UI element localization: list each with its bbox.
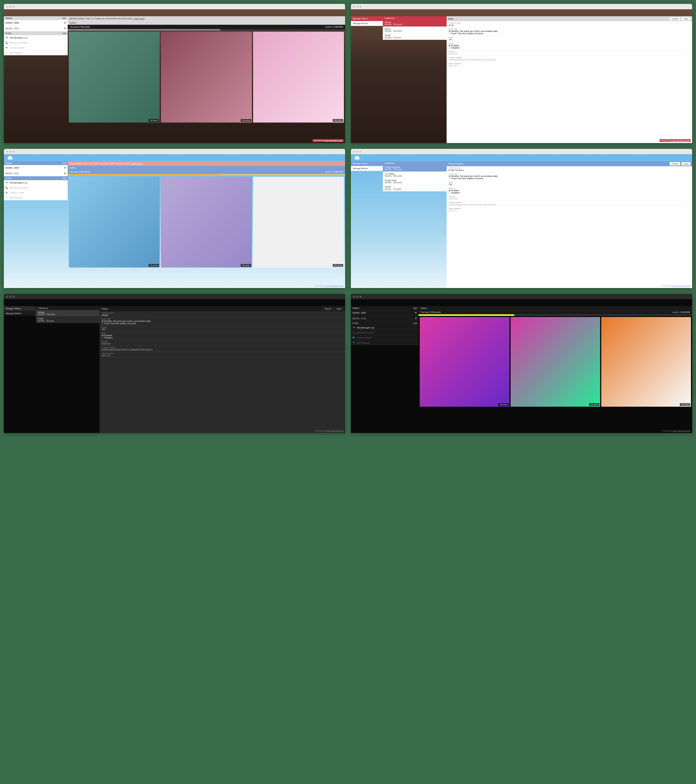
window-maximize-icon[interactable] <box>12 6 15 8</box>
window-minimize-icon[interactable] <box>356 151 358 153</box>
telegram-row[interactable]: ✈ Add Telegram <box>4 50 68 55</box>
save-button[interactable]: Save <box>335 307 343 310</box>
window-minimize-icon[interactable] <box>356 296 358 298</box>
nft-card[interactable]: 700 points <box>69 177 160 267</box>
contract-address-input[interactable]: 0xbd3531da5cf5857e7cfaa92426877b022e612c… <box>449 204 690 206</box>
status-disabled-radio[interactable]: Disabled <box>449 46 690 49</box>
remove-wallet-button[interactable]: ✕ <box>64 166 66 169</box>
save-button[interactable]: Save <box>681 162 691 165</box>
points-input[interactable]: 700 <box>449 38 690 41</box>
window-close-icon[interactable] <box>6 6 8 8</box>
twitter-row[interactable]: 🐦Connect Twitter <box>351 335 419 340</box>
edit-profile-button[interactable]: Edit <box>413 322 417 324</box>
status-disabled-radio[interactable]: Disabled <box>102 336 343 339</box>
points-type-monthly-radio[interactable]: Monthly: Set points per month, accumulat… <box>449 175 690 177</box>
status-enabled-radio[interactable]: Enabled <box>449 189 690 191</box>
collection-item[interactable]: AszukiMonthly - 700 points <box>383 20 447 27</box>
points-type-monthly-radio[interactable]: Monthly: Set points per month, accumulat… <box>102 320 343 322</box>
manage-admins-item[interactable]: Manage Admins <box>351 21 383 26</box>
token-standard-input[interactable]: ERC-721 <box>449 209 690 212</box>
banner-link[interactable]: Learn more <box>132 162 142 165</box>
collection-item[interactable]: POAPMonthly - 10 points <box>383 185 447 191</box>
collection-item[interactable]: BeanzMonthly - 300 points <box>383 27 447 33</box>
remove-wallet-button[interactable]: ✕ <box>64 27 66 30</box>
collection-item[interactable]: POAPMonthly - 10 points <box>36 316 100 323</box>
nft-card[interactable]: 300 points <box>253 32 344 123</box>
manage-tokens-item[interactable]: Manage Tokens <box>4 306 36 311</box>
collection-item[interactable]: POAPMonthly - 10 points <box>383 33 447 40</box>
collection-name-input[interactable]: Pudgy Penguins <box>449 169 690 171</box>
edit-profile-button[interactable]: Edit <box>63 32 66 35</box>
window-minimize-icon[interactable] <box>9 151 11 153</box>
remove-wallet-button[interactable]: ✕ <box>415 317 417 320</box>
collection-item[interactable]: Lil PudgysMonthly - 300 points <box>383 172 447 178</box>
status-enabled-radio[interactable]: Enabled <box>449 44 690 46</box>
points-type-fixed-radio[interactable]: Fixed: One-time addition of points <box>449 177 690 180</box>
phone-row[interactable]: 📞 Add phone number <box>4 40 68 45</box>
points-type-fixed-radio[interactable]: Fixed: One-time addition of points <box>102 322 343 324</box>
banner-link[interactable]: Learn more <box>134 17 144 20</box>
window-close-icon[interactable] <box>6 151 8 153</box>
save-button[interactable]: Save <box>681 17 691 20</box>
window-minimize-icon[interactable] <box>9 296 11 298</box>
window-minimize-icon[interactable] <box>356 6 358 8</box>
collection-item[interactable]: Pudgy PenguinsMonthly - 700 points <box>383 165 447 172</box>
window-close-icon[interactable] <box>353 151 355 153</box>
points-input[interactable]: 700 <box>449 183 690 186</box>
network-input[interactable]: Ethereum <box>449 198 690 200</box>
email-row[interactable]: ✉bilbo@baggins.xyz <box>351 325 419 330</box>
cancel-button[interactable]: Cancel <box>670 17 680 20</box>
telegram-row[interactable]: ✈Add Telegram <box>4 195 68 200</box>
nft-card[interactable]: 700 points <box>601 317 691 407</box>
email-row[interactable]: ✉ bilbo@baggins.xyz <box>4 35 68 40</box>
remove-wallet-button[interactable]: ✕ <box>64 172 66 175</box>
token-standard-input[interactable]: ERC-721 <box>449 64 690 67</box>
collection-item[interactable]: rektguyMonthly - 700 points <box>36 310 100 316</box>
window-maximize-icon[interactable] <box>12 151 15 153</box>
remove-wallet-button[interactable]: ✕ <box>415 311 417 314</box>
cancel-button[interactable]: Cancel <box>670 162 680 165</box>
footer-link[interactable]: Crypto Packaged Goods <box>325 430 343 432</box>
points-input[interactable]: 700 <box>102 328 343 331</box>
window-close-icon[interactable] <box>353 6 355 8</box>
collection-name-input[interactable]: rektguy <box>102 314 343 316</box>
nft-card[interactable]: 700 points <box>161 32 252 123</box>
window-maximize-icon[interactable] <box>360 6 361 8</box>
contract-address-input[interactable]: 0xB852c6b5892256C264Cc2C888eA462189154D8… <box>102 349 343 351</box>
manage-tokens-item[interactable]: Manage Tokens <box>351 161 383 166</box>
points-type-fixed-radio[interactable]: Fixed: One-time addition of points <box>449 32 690 35</box>
manage-admins-item[interactable]: Manage Admins <box>351 166 383 171</box>
nft-card[interactable]: 700 points <box>420 317 510 407</box>
edit-profile-button[interactable]: Edit <box>63 177 66 180</box>
manage-admins-item[interactable]: Manage Admins <box>4 311 36 316</box>
phone-row[interactable]: 📞Add phone number <box>351 330 419 335</box>
collection-item[interactable]: Pudgy RodsMonthly - 300 points <box>383 178 447 185</box>
add-wallet-button[interactable]: Add <box>62 17 66 19</box>
window-maximize-icon[interactable] <box>360 296 361 298</box>
nft-card[interactable]: 700 points <box>511 317 600 407</box>
footer-link[interactable]: Crypto Packaged Goods <box>325 285 343 287</box>
window-close-icon[interactable] <box>6 296 8 298</box>
contract-address-input[interactable]: 0xed5af388653567af2f388e6224dc7c4b3241c5… <box>449 59 690 61</box>
window-maximize-icon[interactable] <box>360 151 361 153</box>
status-disabled-radio[interactable]: Disabled <box>449 191 690 194</box>
collection-name-input[interactable]: Azuki <box>449 24 690 26</box>
add-wallet-button[interactable]: Add <box>62 162 66 164</box>
phone-row[interactable]: 📞Add phone number <box>4 185 68 190</box>
email-row[interactable]: ✉bilbo@baggins.xyz <box>4 180 68 185</box>
footer-link[interactable]: Crypto Packaged Goods <box>323 140 342 142</box>
points-type-monthly-radio[interactable]: Monthly: Set points per month, accumulat… <box>449 30 690 32</box>
window-minimize-icon[interactable] <box>9 6 11 8</box>
cancel-button[interactable]: Cancel <box>322 307 333 310</box>
token-standard-input[interactable]: ERC-721 <box>102 354 343 357</box>
footer-link[interactable]: Crypto Packaged Goods <box>672 430 691 432</box>
network-input[interactable]: Ethereum <box>102 343 343 345</box>
network-input[interactable]: Ethereum <box>449 53 690 55</box>
status-enabled-radio[interactable]: Enabled <box>102 334 343 336</box>
twitter-row[interactable]: 🐦Connect Twitter <box>4 190 68 195</box>
nft-card[interactable]: 700 points <box>161 177 252 267</box>
nft-card[interactable]: 700 points <box>69 32 160 123</box>
footer-link[interactable]: Crypto Packaged Goods <box>670 140 689 142</box>
footer-link[interactable]: Crypto Packaged Goods <box>672 285 691 287</box>
remove-wallet-button[interactable]: ✕ <box>64 21 66 24</box>
